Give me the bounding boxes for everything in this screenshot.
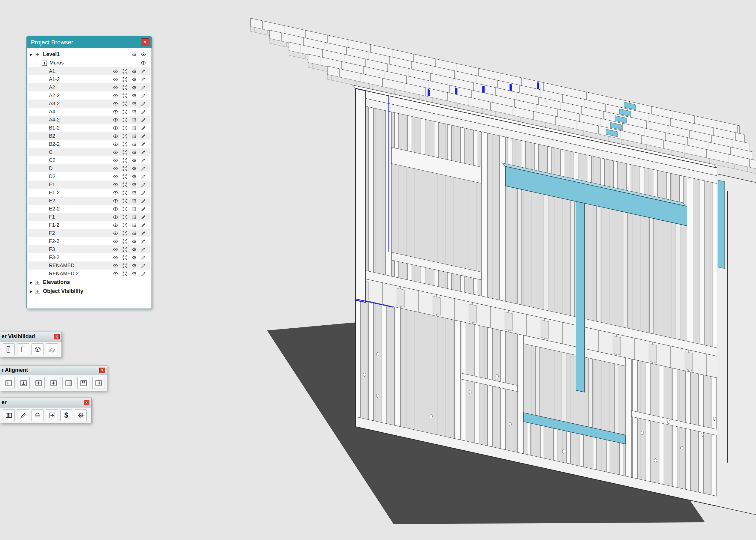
visibility-eye-icon[interactable] — [112, 84, 119, 91]
visibility-eye-icon[interactable] — [112, 117, 119, 123]
rename-pencil-icon[interactable] — [140, 117, 147, 123]
zoom-extents-icon[interactable] — [121, 117, 128, 123]
settings-gear-icon[interactable] — [131, 238, 137, 245]
visibility-eye-icon[interactable] — [112, 157, 119, 164]
settings-gear-icon[interactable] — [131, 76, 137, 83]
wall-item-row[interactable]: C — [28, 148, 150, 156]
align-center-button[interactable] — [33, 377, 45, 389]
zoom-extents-icon[interactable] — [121, 206, 128, 212]
wall-item-row[interactable]: E1 — [28, 181, 150, 189]
zoom-extents-icon[interactable] — [121, 92, 128, 99]
wall-item-row[interactable]: RENAMED — [28, 261, 150, 270]
rename-pencil-icon[interactable] — [140, 141, 147, 148]
zoom-extents-icon[interactable] — [121, 149, 128, 156]
wall-item-row[interactable]: D — [28, 164, 150, 172]
zoom-extents-icon[interactable] — [121, 84, 128, 91]
visibility-eye-icon[interactable] — [112, 270, 119, 277]
rename-pencil-icon[interactable] — [140, 125, 147, 131]
zoom-extents-icon[interactable] — [121, 100, 128, 107]
section-expander-icon[interactable]: ▸ — [30, 280, 35, 285]
rename-pencil-icon[interactable] — [140, 92, 147, 99]
expand-plus-icon[interactable] — [35, 52, 40, 57]
close-icon[interactable]: x — [99, 368, 105, 373]
visibility-eye-icon[interactable] — [112, 141, 119, 148]
rename-pencil-icon[interactable] — [140, 270, 147, 277]
visibility-eye-icon[interactable] — [112, 108, 119, 115]
rename-pencil-icon[interactable] — [140, 68, 147, 75]
rename-pencil-icon[interactable] — [140, 157, 147, 164]
settings-gear-icon[interactable] — [131, 262, 137, 269]
settings-gear-icon[interactable] — [131, 92, 137, 99]
visibility-eye-icon[interactable] — [112, 198, 119, 204]
channel-profile-button[interactable] — [3, 343, 15, 355]
settings-gear-icon[interactable] — [131, 100, 137, 107]
settings-gear-icon[interactable] — [131, 182, 137, 188]
rename-pencil-icon[interactable] — [140, 76, 147, 83]
visibility-eye-icon[interactable] — [112, 173, 119, 180]
wall-item-row[interactable]: C2 — [28, 156, 150, 164]
align-right-button[interactable] — [63, 377, 75, 389]
align-left-button[interactable] — [3, 377, 15, 389]
visibility-eye-icon[interactable] — [112, 133, 119, 139]
export-button[interactable] — [46, 409, 58, 421]
tree-section-row[interactable]: ▸ Elevations — [28, 278, 150, 287]
rename-pencil-icon[interactable] — [140, 165, 147, 172]
settings-gear-icon[interactable] — [131, 214, 137, 220]
close-icon[interactable]: x — [84, 400, 89, 405]
visibility-eye-icon[interactable] — [112, 190, 119, 196]
wall-item-row[interactable]: A4 — [28, 108, 150, 116]
zoom-extents-icon[interactable] — [121, 262, 128, 269]
visibility-eye-icon[interactable] — [112, 254, 119, 261]
settings-gear-icon[interactable] — [131, 117, 137, 123]
rename-pencil-icon[interactable] — [140, 246, 147, 253]
channel-profile-thin-button[interactable] — [17, 343, 29, 355]
visibility-eye-icon[interactable] — [112, 214, 119, 220]
rename-pencil-icon[interactable] — [140, 182, 147, 188]
zoom-extents-icon[interactable] — [121, 157, 128, 164]
settings-gear-icon[interactable] — [131, 68, 137, 75]
wall-item-row[interactable]: F3-2 — [28, 253, 150, 261]
visibility-eye-icon[interactable] — [140, 60, 147, 66]
rename-pencil-icon[interactable] — [140, 108, 147, 115]
visibility-eye-icon[interactable] — [112, 182, 119, 188]
rename-pencil-icon[interactable] — [140, 262, 147, 269]
zoom-extents-icon[interactable] — [121, 141, 128, 148]
wall-item-row[interactable]: A1-2 — [28, 75, 150, 83]
align-distribute-button[interactable] — [92, 377, 104, 389]
settings-gear-icon[interactable] — [131, 206, 137, 212]
project-browser-header[interactable]: Project Browser × — [27, 36, 152, 48]
cube-button[interactable] — [32, 343, 44, 355]
rename-pencil-icon[interactable] — [140, 230, 147, 236]
zoom-extents-icon[interactable] — [121, 125, 128, 131]
zoom-extents-icon[interactable] — [121, 238, 128, 245]
settings-gear-icon[interactable] — [131, 222, 137, 228]
expand-plus-icon[interactable] — [42, 61, 47, 66]
wall-item-row[interactable]: RENAMED 2 — [28, 270, 150, 278]
wall-item-row[interactable]: D2 — [28, 172, 150, 181]
zoom-extents-icon[interactable] — [121, 246, 128, 253]
visibility-eye-icon[interactable] — [112, 76, 119, 83]
zoom-extents-icon[interactable] — [121, 222, 128, 228]
tools-toolbar-header[interactable]: er x — [0, 398, 91, 407]
wall-item-row[interactable]: A2 — [28, 83, 150, 91]
settings-gear-icon[interactable] — [131, 133, 137, 139]
currency-button[interactable]: $ — [60, 409, 72, 421]
wall-item-row[interactable]: F3 — [28, 245, 150, 253]
tree-section-row[interactable]: ▸ Object Visibility — [28, 287, 150, 296]
rename-pencil-icon[interactable] — [140, 222, 147, 228]
align-bottom-button[interactable] — [18, 377, 30, 389]
rename-pencil-icon[interactable] — [140, 254, 147, 261]
tree-expander-icon[interactable]: ▸ — [30, 52, 35, 57]
zoom-extents-icon[interactable] — [121, 108, 128, 115]
wall-item-row[interactable]: A2-2 — [28, 91, 150, 99]
visibility-eye-icon[interactable] — [112, 238, 119, 245]
visibility-eye-icon[interactable] — [112, 230, 119, 236]
section-expander-icon[interactable]: ▸ — [30, 289, 35, 294]
rename-pencil-icon[interactable] — [140, 84, 147, 91]
wall-item-row[interactable]: F1-2 — [28, 221, 150, 229]
settings-gear-icon[interactable] — [131, 141, 137, 148]
close-icon[interactable]: x — [54, 334, 60, 339]
rename-pencil-icon[interactable] — [140, 100, 147, 107]
zoom-extents-icon[interactable] — [121, 190, 128, 196]
expand-plus-icon[interactable] — [35, 280, 40, 285]
